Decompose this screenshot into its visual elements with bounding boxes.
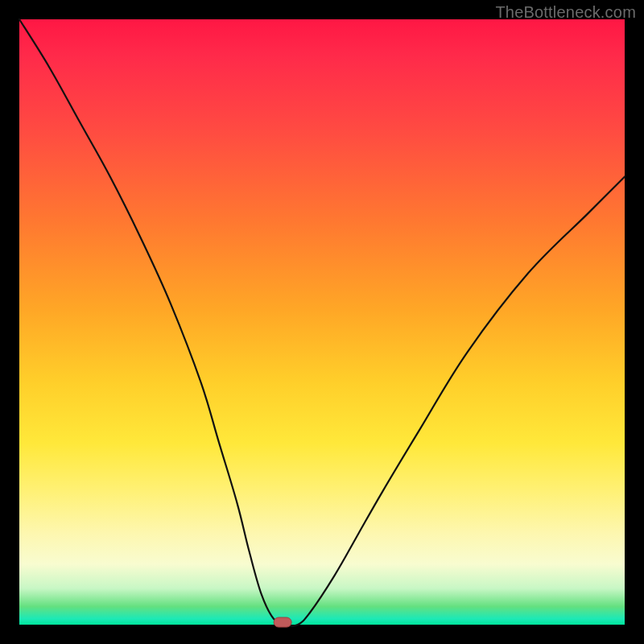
watermark-text: TheBottleneck.com bbox=[495, 3, 636, 22]
plot-area bbox=[19, 19, 625, 625]
chart-frame: TheBottleneck.com bbox=[0, 0, 644, 644]
minimum-marker bbox=[274, 617, 291, 627]
bottleneck-curve bbox=[19, 19, 625, 625]
curve-path bbox=[19, 19, 625, 626]
